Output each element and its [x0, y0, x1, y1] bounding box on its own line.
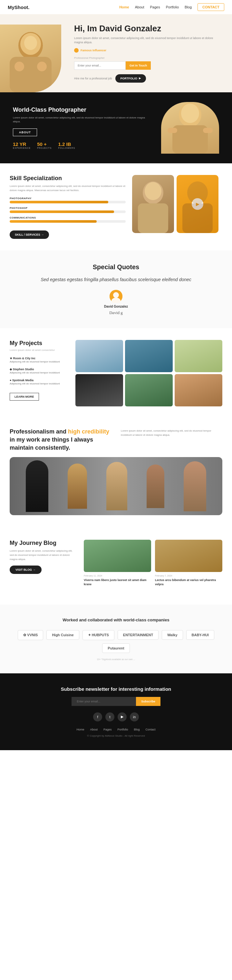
hero-description: Lorem ipsum dolor sit amet, consectetur …	[74, 36, 219, 45]
nav-blog[interactable]: Blog	[185, 5, 192, 9]
blog-card-2-title: Lectus arcu bibendum at varius vel phare…	[155, 578, 223, 586]
skill-services-button[interactable]: SKILL / SERVICES →	[9, 231, 49, 239]
blog-card-1-date: February 11, 2024	[84, 574, 151, 577]
blog-title: My Journey Blog	[9, 540, 74, 546]
prof-person-3	[106, 462, 127, 510]
nav-about[interactable]: About	[135, 5, 144, 9]
stat-projects-num: 50 +	[37, 142, 52, 147]
svg-rect-8	[172, 125, 208, 154]
footer-link-contact[interactable]: Contact	[146, 728, 156, 731]
hero-email-input[interactable]	[74, 61, 126, 70]
newsletter-email-input[interactable]	[71, 697, 136, 706]
svg-point-5	[37, 62, 47, 72]
skill-photoshop: PHOTOSHOP	[9, 207, 126, 213]
company-walky: Walky	[162, 630, 183, 640]
about-button[interactable]: ABOUT	[13, 129, 37, 136]
prof-banner	[9, 457, 223, 515]
quote-author-wrap: David Gonzalez David g	[9, 290, 223, 315]
circle-icon: ●	[9, 379, 12, 382]
skill-image-2: ▶	[177, 175, 218, 233]
companies-section: Worked and collaborated with world-class…	[0, 605, 232, 673]
project-grid-img-5	[125, 374, 173, 406]
project-item-2: ◆ Stephen Studio Adipiscing elit do eius…	[9, 368, 68, 374]
blog-section: My Journey Blog Lorem ipsum dolor sit am…	[0, 528, 232, 604]
facebook-icon[interactable]: f	[93, 713, 102, 721]
projects-grid	[76, 340, 223, 406]
projects-subtitle: Lorem ipsum dolor sit amet consectetur	[9, 348, 68, 352]
quotes-title: Special Quotes	[9, 263, 223, 271]
footer-link-blog[interactable]: Blog	[134, 728, 140, 731]
dark-title: World-Class Photographer	[13, 107, 152, 113]
arrow-icon: ▶	[139, 77, 141, 80]
prof-title-part2: in my work are things I always maintain …	[9, 436, 93, 451]
hero-touch-button[interactable]: Get In Touch	[126, 61, 151, 70]
skill-title: Skill Specialization	[9, 175, 126, 182]
stat-experience: 12 YR EXPERIENCE	[13, 142, 31, 149]
blog-description: Lorem ipsum dolor sit amet, consectetur …	[9, 549, 74, 562]
skill-description: Lorem ipsum dolor sit amet, consectetur …	[9, 184, 126, 193]
nav-pages[interactable]: Pages	[150, 5, 160, 9]
newsletter-title: Subscribe newsletter for interesting inf…	[9, 686, 223, 692]
company-putaurent: Putaurent	[102, 643, 129, 653]
hero-photo	[0, 24, 61, 92]
blog-left: My Journey Blog Lorem ipsum dolor sit am…	[9, 540, 74, 574]
blog-cards: February 11, 2024 Viverra nam libero jus…	[84, 540, 223, 586]
svg-point-7	[181, 103, 199, 123]
linkedin-icon[interactable]: in	[130, 713, 139, 721]
footer-nav: Home About Pages Portfolio Blog Contact	[9, 728, 223, 731]
youtube-icon[interactable]: ▶	[118, 713, 127, 721]
project-3-title: ● Spotmak Media	[9, 379, 68, 382]
prof-banner-inner	[9, 457, 223, 515]
social-icons: f t ▶ in	[9, 713, 223, 721]
hero-image	[0, 24, 65, 92]
stat-experience-label: EXPERIENCE	[13, 147, 31, 149]
footer-link-about[interactable]: About	[90, 728, 98, 731]
blog-header: My Journey Blog Lorem ipsum dolor sit am…	[9, 540, 223, 586]
footer-link-pages[interactable]: Pages	[103, 728, 112, 731]
skill-person-svg-1	[132, 175, 174, 233]
prof-title-part1: Professionalism and	[9, 428, 68, 435]
prof-person-2	[68, 463, 87, 509]
footer-link-portfolio[interactable]: Portfolio	[118, 728, 128, 731]
dark-description: Lorem ipsum dolor sit amet, consectetur …	[13, 116, 152, 124]
skill-content: Skill Specialization Lorem ipsum dolor s…	[9, 175, 126, 239]
prof-title: Professionalism and high credibility in …	[9, 428, 111, 452]
blog-card-1: February 11, 2024 Viverra nam libero jus…	[84, 540, 151, 586]
svg-point-14	[187, 181, 208, 204]
dark-photo	[161, 102, 219, 154]
projects-section: My Projects Lorem ipsum dolor sit amet c…	[0, 328, 232, 418]
twitter-icon[interactable]: t	[105, 713, 114, 721]
skill-ps-fill	[9, 210, 114, 213]
newsletter-subscribe-button[interactable]: Subscribe	[136, 697, 161, 706]
nav-contact-button[interactable]: CONTACT	[197, 3, 224, 11]
quote-author-signature: David g	[109, 310, 123, 315]
footer-link-home[interactable]: Home	[76, 728, 84, 731]
dark-person-svg	[161, 102, 219, 154]
company-vvnis: ✿ VVNIS	[18, 630, 43, 640]
newsletter-section: Subscribe newsletter for interesting inf…	[0, 673, 232, 750]
projects-list: My Projects Lorem ipsum dolor sit amet c…	[9, 340, 68, 406]
prof-person-1	[26, 460, 48, 512]
company-entertainment: ENTERTAINMENT	[118, 630, 159, 640]
company-high-cuisine: High Cuisine	[46, 630, 79, 640]
stat-followers-num: 1.2 IB	[58, 142, 75, 147]
learn-more-button[interactable]: LEARN MORE	[9, 393, 39, 401]
navbar: MyShoot. Home About Pages Portfolio Blog…	[0, 0, 232, 14]
project-item-1: ★ Room & City Inc Adipiscing elit do eiu…	[9, 357, 68, 363]
stat-followers: 1.2 IB FOLLOWERS	[58, 142, 75, 149]
visit-blog-button[interactable]: VISIT BLOG →	[9, 566, 41, 574]
hero-portfolio-button[interactable]: PORTFOLIO ▶	[115, 74, 146, 83]
hero-role: Famous Influencer	[80, 49, 106, 52]
prof-person-5	[184, 461, 206, 511]
stat-projects-label: PROJECTS	[37, 147, 52, 149]
skill-images: ▶	[132, 175, 223, 233]
skill-ps-label: PHOTOSHOP	[9, 207, 126, 210]
skill-photo-label: PHOTOGRAPHY	[9, 197, 126, 200]
dark-image	[161, 102, 219, 154]
diamond-icon: ◆	[9, 368, 13, 371]
skill-image-1	[132, 175, 174, 233]
svg-rect-10	[203, 128, 213, 133]
prof-person-4	[147, 465, 164, 508]
nav-portfolio[interactable]: Portfolio	[166, 5, 179, 9]
nav-home[interactable]: Home	[119, 5, 129, 9]
